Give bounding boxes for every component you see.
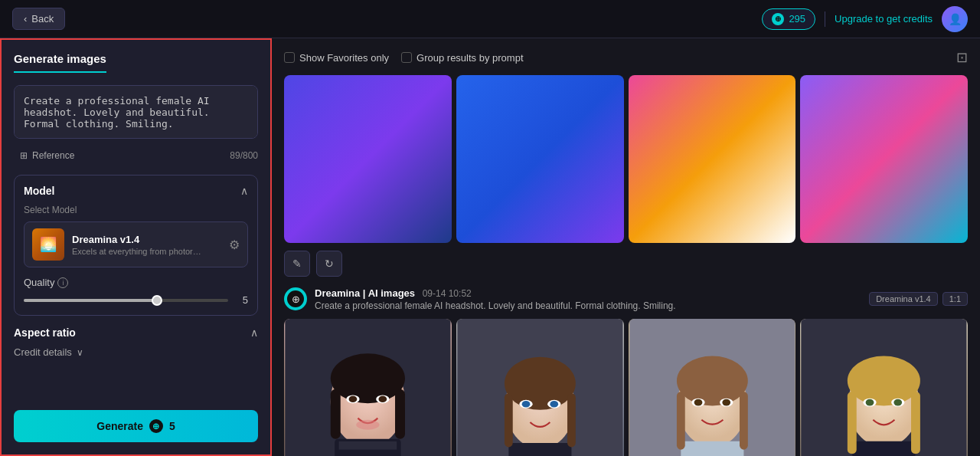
svg-point-31 [722, 399, 730, 406]
model-chevron-up-icon: ∧ [240, 185, 248, 197]
back-arrow-icon: ‹ [24, 13, 27, 25]
refresh-icon: ↻ [325, 258, 334, 270]
credits-icon: ⊕ [772, 13, 784, 25]
svg-point-11 [356, 420, 379, 430]
quality-label: Quality i [24, 277, 68, 288]
show-favorites-checkbox[interactable] [284, 52, 295, 63]
svg-point-19 [521, 401, 530, 408]
model-name: Dreamina v1.4 [72, 234, 229, 245]
result-timestamp: 09-14 10:52 [423, 288, 472, 299]
upgrade-link[interactable]: Upgrade to get credits [835, 13, 933, 25]
svg-rect-26 [676, 392, 684, 450]
model-section-header[interactable]: Model ∧ [24, 185, 248, 197]
svg-point-15 [505, 356, 576, 409]
svg-point-29 [694, 399, 702, 406]
model-description: Excels at everything from photoreali... [72, 247, 202, 256]
portrait-image-2[interactable] [456, 319, 624, 456]
group-results-row[interactable]: Group results by prompt [401, 52, 523, 64]
svg-rect-6 [395, 389, 405, 439]
quality-slider-row: 5 [24, 294, 248, 306]
svg-point-4 [331, 353, 405, 403]
top-image-1[interactable] [284, 75, 452, 243]
aspect-ratio-header[interactable]: Aspect ratio ∧ [14, 326, 258, 339]
model-settings-icon[interactable]: ⚙ [229, 238, 240, 252]
back-button[interactable]: ‹ Back [12, 8, 65, 30]
content-area: Show Favorites only Group results by pro… [272, 38, 980, 456]
top-image-4[interactable] [800, 75, 968, 243]
svg-point-41 [894, 399, 903, 406]
select-model-label: Select Model [24, 205, 248, 215]
generate-label: Generate [96, 420, 143, 432]
svg-point-35 [848, 356, 920, 405]
portrait-image-4[interactable] [800, 319, 968, 456]
model-section: Model ∧ Select Model 🌅 Dreamina v1.4 Exc… [14, 175, 258, 316]
save-layout-icon[interactable]: ⊡ [956, 49, 968, 66]
quality-value: 5 [236, 294, 248, 306]
generate-cost-icon: ⊕ [149, 419, 163, 433]
svg-point-8 [349, 395, 358, 402]
slider-fill [24, 299, 157, 302]
credit-details-row[interactable]: Credit details ∨ [14, 346, 258, 358]
sidebar-inner: Generate images Create a professional fe… [2, 40, 270, 401]
aspect-ratio-title: Aspect ratio [14, 326, 76, 339]
slider-thumb[interactable] [152, 295, 162, 306]
model-section-title: Model [24, 185, 54, 197]
result-avatar-inner: ⊕ [287, 290, 304, 307]
svg-rect-16 [505, 393, 513, 447]
svg-rect-14 [508, 443, 571, 456]
generate-cost: 5 [169, 420, 175, 432]
edit-action-button[interactable]: ✎ [284, 251, 310, 277]
reference-button[interactable]: ⊞ Reference [14, 147, 80, 164]
model-info: Dreamina v1.4 Excels at everything from … [72, 234, 229, 256]
svg-rect-36 [848, 392, 857, 454]
toolbar-left: Show Favorites only Group results by pro… [284, 52, 524, 64]
result-badges: Dreamina v1.4 1:1 [869, 292, 968, 306]
aspect-ratio-section: Aspect ratio ∧ [14, 326, 258, 339]
edit-icon: ✎ [292, 258, 302, 270]
credits-badge[interactable]: ⊕ 295 [762, 8, 815, 30]
result-prompt-text: Create a professional female AI headshot… [315, 300, 854, 311]
header-divider [825, 11, 825, 27]
reference-icon: ⊞ [20, 150, 28, 161]
content-toolbar: Show Favorites only Group results by pro… [284, 49, 968, 66]
top-image-2[interactable] [456, 75, 624, 243]
portrait-image-3[interactable] [629, 319, 796, 456]
prompt-input[interactable]: Create a professional female AI headshot… [14, 85, 258, 139]
result-header: ⊕ Dreamina | AI images 09-14 10:52 Creat… [284, 287, 968, 311]
portrait-image-1[interactable] [284, 319, 452, 456]
quality-row: Quality i [24, 277, 248, 288]
svg-rect-17 [567, 393, 576, 447]
model-card[interactable]: 🌅 Dreamina v1.4 Excels at everything fro… [24, 221, 248, 267]
generate-button[interactable]: Generate ⊕ 5 [14, 410, 258, 442]
result-block: ⊕ Dreamina | AI images 09-14 10:52 Creat… [284, 287, 968, 456]
ratio-badge: 1:1 [942, 292, 968, 306]
top-images-row [284, 75, 968, 243]
svg-rect-3 [339, 441, 397, 450]
model-badge: Dreamina v1.4 [869, 292, 938, 306]
quality-slider[interactable] [24, 299, 228, 302]
prompt-footer: ⊞ Reference 89/800 [14, 147, 258, 164]
group-results-checkbox[interactable] [401, 52, 412, 63]
show-favorites-row[interactable]: Show Favorites only [284, 52, 389, 64]
svg-rect-24 [681, 441, 743, 456]
credit-details-label: Credit details [14, 346, 72, 358]
char-count: 89/800 [230, 150, 258, 161]
group-results-label: Group results by prompt [416, 52, 523, 64]
result-meta: Dreamina | AI images 09-14 10:52 Create … [315, 287, 854, 311]
svg-rect-37 [911, 392, 920, 454]
model-thumb-inner: 🌅 [32, 228, 64, 261]
credit-chevron-down-icon: ∨ [77, 347, 83, 358]
credits-value: 295 [789, 13, 805, 25]
model-thumbnail: 🌅 [32, 228, 64, 261]
result-app-name: Dreamina | AI images [315, 287, 415, 299]
quality-info-icon[interactable]: i [57, 277, 68, 288]
sidebar-title: Generate images [14, 52, 106, 73]
svg-point-39 [866, 399, 874, 406]
top-image-3[interactable] [629, 75, 796, 243]
user-avatar[interactable]: 👤 [942, 6, 968, 32]
refresh-action-button[interactable]: ↻ [316, 251, 342, 277]
app-header: ‹ Back ⊕ 295 Upgrade to get credits 👤 [0, 0, 980, 38]
reference-label: Reference [32, 150, 74, 161]
svg-rect-34 [853, 441, 916, 456]
svg-rect-27 [740, 392, 748, 450]
